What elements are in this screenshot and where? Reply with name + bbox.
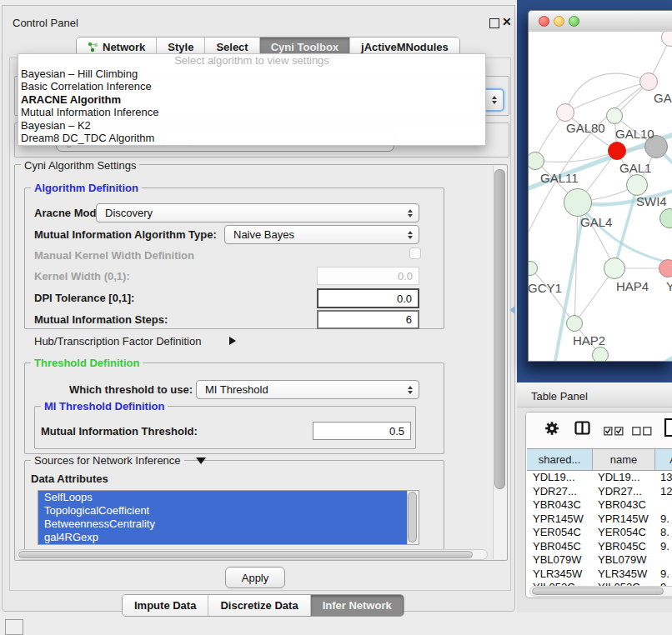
hub-section-label[interactable]: Hub/Transcription Factor Definition [34, 335, 201, 348]
table-row[interactable]: YPR145W YPR145W 9. [527, 512, 672, 527]
sources-group-title[interactable]: Sources for Network Inference [31, 454, 184, 467]
float-window-icon[interactable] [489, 18, 499, 28]
table-row[interactable]: YBL079W YBL079W [527, 553, 672, 568]
table-panel-title: Table Panel [531, 390, 588, 402]
cell-name: YBL079W [593, 553, 655, 568]
algorithm-list: Bayesian – Hill Climbing Basic Correlati… [18, 68, 485, 144]
bottom-left-partial-button[interactable] [5, 619, 23, 635]
data-attribute-item[interactable]: TopologicalCoefficient [38, 504, 419, 518]
file-icon[interactable] [664, 418, 672, 441]
table-panel: shared... name A YDL19... YDL19... 13 YD [525, 412, 672, 598]
cell-value [655, 498, 672, 512]
table-row[interactable]: YBR043C YBR043C [527, 498, 672, 512]
tab-label: Network [103, 41, 145, 53]
table-column-header[interactable]: shared... [527, 449, 593, 470]
algorithm-placeholder: Select algorithm to view settings [18, 54, 485, 68]
table-header: shared... name A [527, 448, 672, 471]
cell-value: 12 [655, 485, 672, 499]
dpi-tolerance-field[interactable]: 0.0 [317, 288, 419, 308]
settings-scrollbar-thumb[interactable] [494, 169, 505, 489]
network-window: GALGAL80GAL10GAL1GAL11SWI4GAL4GCY1HAP4YH… [528, 10, 672, 362]
table-hscrollbar-track[interactable] [529, 586, 672, 597]
cell-name: YBR045C [593, 540, 655, 554]
settings-gear-icon[interactable] [544, 421, 559, 439]
data-attribute-item[interactable]: SelfLoops [38, 491, 419, 504]
collapse-arrow-icon[interactable] [196, 458, 206, 464]
expand-arrow-icon[interactable] [229, 337, 236, 345]
mi-steps-field[interactable]: 6 [317, 310, 419, 329]
table-panel-titlebar: Table Panel [517, 382, 672, 408]
cell-name: YDL19... [593, 471, 655, 485]
mi-threshold-field[interactable]: 0.5 [313, 422, 411, 440]
table-hscrollbar-thumb[interactable] [532, 588, 664, 595]
algorithm-list-item[interactable]: Bayesian – K2 [18, 119, 485, 132]
close-traffic-light-icon[interactable] [539, 16, 549, 27]
table-row[interactable]: YDL19... YDL19... 13 [527, 471, 672, 485]
data-attribute-item[interactable]: gal4RGexp [38, 531, 419, 544]
network-node[interactable] [604, 258, 625, 279]
bottom-tab[interactable]: Impute Data [123, 595, 208, 616]
network-node[interactable] [566, 315, 583, 332]
algorithm-list-item[interactable]: ARACNE Algorithm [18, 93, 485, 106]
spinner-arrows-icon [408, 386, 413, 394]
settings-hscrollbar-thumb[interactable] [18, 551, 473, 558]
network-node[interactable] [639, 72, 658, 91]
screenshot-root: Control Panel ✕ Network Style [0, 0, 672, 635]
network-node[interactable] [564, 188, 592, 217]
bottom-tabs: Impute Data Discretize Data Infer Networ… [122, 594, 404, 617]
network-node[interactable] [606, 108, 623, 124]
network-node-label: HAP4 [616, 279, 649, 293]
select-all-checkboxes-icon[interactable] [604, 424, 624, 439]
split-columns-icon[interactable] [574, 421, 590, 438]
kernel-width-field[interactable]: 0.0 [317, 267, 419, 285]
algorithm-list-item[interactable]: Mutual Information Inference [18, 106, 485, 118]
deselect-all-checkboxes-icon[interactable] [632, 424, 652, 439]
attributes-scrollbar-thumb[interactable] [408, 492, 417, 542]
table-column-header[interactable]: A [655, 449, 672, 470]
minimize-traffic-light-icon[interactable] [554, 16, 564, 27]
close-icon[interactable]: ✕ [502, 15, 512, 28]
settings-hscrollbar-track[interactable] [16, 549, 488, 560]
algorithm-list-item[interactable]: Bayesian – Hill Climbing [18, 68, 485, 80]
table-column-header[interactable]: name [593, 449, 655, 470]
tab-label: Select [216, 41, 248, 53]
network-node[interactable] [556, 103, 574, 122]
mi-type-combo[interactable]: Naive Bayes [224, 225, 419, 244]
cell-value: 13 [655, 471, 672, 485]
bottom-tab[interactable]: Discretize Data [208, 595, 310, 616]
cell-shared-name: YPR145W [527, 512, 593, 527]
bottom-tab[interactable]: Infer Network [311, 595, 404, 616]
data-attribute-item[interactable]: BetweennessCentrality [38, 518, 419, 531]
network-node-label: GAL11 [540, 171, 579, 185]
algorithm-list-item[interactable]: Dream8 DC_TDC Algorithm [18, 132, 485, 144]
cell-name: YDR27... [593, 485, 655, 499]
apply-button[interactable]: Apply [225, 567, 285, 588]
which-threshold-combo[interactable]: MI Threshold [196, 380, 419, 399]
threshold-definition-title: Threshold Definition [31, 357, 143, 369]
table-row[interactable]: YLR345W YLR345W 9. [527, 568, 672, 582]
splitter-collapse-icon[interactable] [509, 306, 515, 314]
aracne-mode-combo[interactable]: Discovery [96, 203, 419, 222]
cell-shared-name: YLR345W [527, 568, 593, 582]
table-row[interactable]: YER054C YER054C 8. [527, 526, 672, 540]
table-row[interactable]: YBR045C YBR045C 9. [527, 540, 672, 554]
network-canvas[interactable]: GALGAL80GAL10GAL1GAL11SWI4GAL4GCY1HAP4YH… [529, 32, 672, 361]
control-panel-window: Control Panel ✕ Network Style [2, 5, 515, 612]
network-window-titlebar[interactable] [529, 11, 672, 32]
cell-name: YER054C [593, 526, 655, 540]
network-node-label: GAL10 [615, 127, 654, 141]
network-node[interactable] [592, 347, 609, 361]
network-node-label: SWI4 [636, 194, 667, 208]
table-row[interactable]: YDR27... YDR27... 12 [527, 485, 672, 499]
cell-name: YBR043C [593, 498, 655, 512]
cyni-settings-group-title: Cyni Algorithm Settings [21, 159, 139, 172]
spinner-arrows-icon [492, 96, 497, 104]
manual-kernel-label: Manual Kernel Width Definition [34, 249, 194, 262]
manual-kernel-checkbox[interactable] [409, 248, 421, 259]
zoom-traffic-light-icon[interactable] [569, 16, 579, 27]
network-node[interactable] [608, 142, 626, 160]
column-label: shared... [539, 453, 581, 466]
algorithm-list-item[interactable]: Basic Correlation Inference [18, 80, 485, 92]
network-node[interactable] [659, 259, 672, 278]
network-node[interactable] [626, 174, 648, 196]
